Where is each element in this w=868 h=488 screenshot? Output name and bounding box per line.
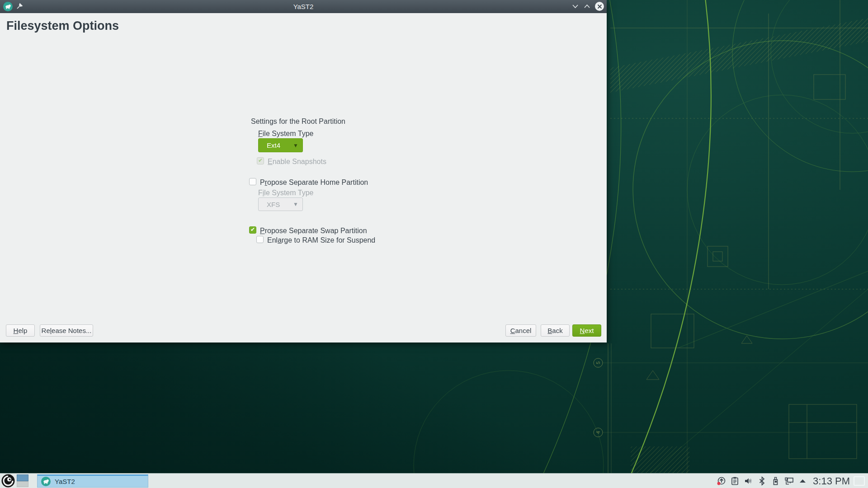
fs-type-value: Ext4	[259, 141, 280, 149]
taskbar-task-yast2[interactable]: YaST2	[37, 474, 148, 488]
usb-device-icon[interactable]	[771, 476, 780, 486]
bluetooth-icon[interactable]	[757, 476, 767, 486]
task-label: YaST2	[55, 478, 75, 485]
enable-snapshots-label[interactable]: Enable Snapshots	[268, 158, 326, 166]
page-title: Filesystem Options	[6, 19, 119, 33]
home-fs-type-dropdown[interactable]: XFS ▼	[258, 197, 303, 211]
root-partition-section-label: Settings for the Root Partition	[251, 117, 345, 126]
close-button[interactable]	[595, 2, 604, 11]
swap-partition-label[interactable]: Propose Separate Swap Partition	[260, 227, 367, 235]
yast-app-icon	[41, 477, 51, 486]
next-button[interactable]: Next	[572, 324, 601, 337]
home-partition-checkbox[interactable]	[249, 178, 256, 185]
minimize-icon[interactable]	[572, 4, 579, 9]
volume-icon[interactable]	[744, 476, 753, 486]
release-notes-button[interactable]: Release Notes...	[40, 324, 93, 337]
enlarge-ram-checkbox[interactable]	[256, 236, 264, 243]
enable-snapshots-checkbox[interactable]	[257, 157, 264, 164]
swap-partition-checkbox[interactable]	[249, 226, 256, 234]
fs-type-label: File System Type	[258, 130, 313, 138]
window-title: YaST2	[0, 3, 607, 10]
chevron-down-icon: ▼	[293, 143, 298, 148]
fs-type-dropdown[interactable]: Ext4 ▼	[258, 138, 303, 152]
yast2-window: YaST2 Filesystem Options Settings for th…	[0, 0, 607, 343]
clipboard-icon[interactable]	[730, 476, 740, 486]
enlarge-ram-label[interactable]: Enlarge to RAM Size for Suspend	[267, 236, 375, 244]
wallpaper-grid-label-4: 4	[595, 431, 601, 434]
wallpaper-grid-label-5: 5	[595, 361, 601, 364]
titlebar[interactable]: YaST2	[0, 0, 607, 13]
maximize-icon[interactable]	[584, 4, 590, 9]
back-button[interactable]: Back	[541, 324, 570, 337]
network-icon[interactable]	[784, 476, 794, 486]
chevron-down-icon: ▼	[293, 202, 298, 207]
help-button[interactable]: Help	[6, 324, 35, 337]
home-fs-type-label: File System Type	[258, 189, 313, 197]
show-desktop-button[interactable]	[854, 476, 865, 486]
cancel-button[interactable]: Cancel	[505, 324, 536, 337]
system-tray	[717, 474, 807, 488]
pager-desktop-2[interactable]	[17, 481, 28, 487]
expand-tray-icon[interactable]	[798, 476, 807, 486]
desktop: 5 4 YaST2	[0, 0, 868, 488]
home-fs-type-value: XFS	[259, 201, 280, 208]
home-partition-label[interactable]: Propose Separate Home Partition	[260, 178, 368, 187]
software-update-icon[interactable]	[717, 476, 726, 486]
pager-desktop-1[interactable]	[17, 474, 28, 481]
taskbar-clock[interactable]: 3:13 PM	[813, 474, 850, 488]
close-icon	[597, 4, 602, 9]
taskbar: YaST2	[0, 473, 868, 488]
application-menu-button[interactable]	[1, 474, 15, 488]
